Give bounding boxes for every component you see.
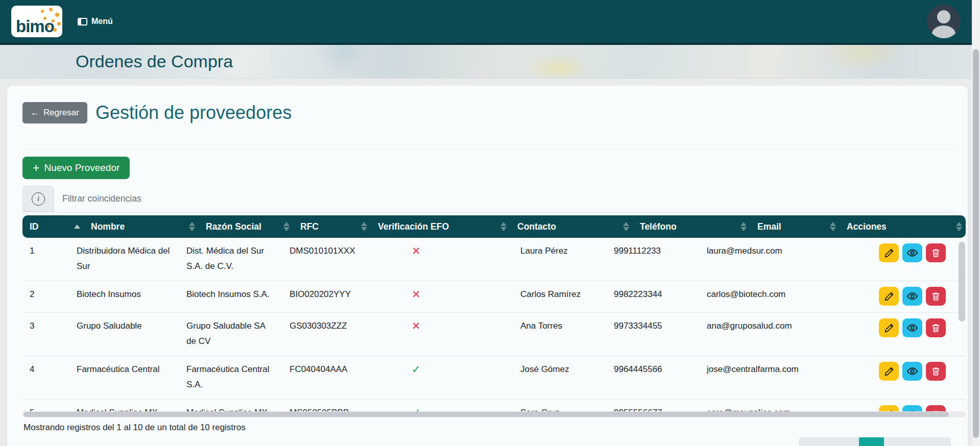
delete-button[interactable] — [926, 405, 946, 411]
edit-button[interactable] — [879, 362, 899, 381]
view-button[interactable] — [902, 362, 922, 381]
column-label: Razón Social — [206, 221, 261, 232]
sort-arrows-icon — [189, 222, 195, 231]
avatar-person-icon — [937, 10, 950, 23]
plus-icon: + — [33, 163, 39, 173]
cell-telefono: 9955556677 — [607, 400, 700, 412]
records-info-text: Mostrando registros del 1 al 10 de un to… — [23, 423, 959, 433]
cell-rfc: DMS010101XXX — [282, 238, 404, 281]
filter-bar: i — [22, 186, 959, 212]
pagination-previous-button[interactable]: Anterior — [801, 441, 859, 446]
edit-button[interactable] — [879, 243, 899, 262]
view-button[interactable] — [902, 318, 922, 337]
delete-button[interactable] — [926, 287, 946, 306]
cell-email: jose@centralfarma.com — [700, 356, 872, 400]
sort-arrows-icon — [623, 222, 629, 231]
table-row: 2Biotech InsumosBiotech Insumos S.A.BIO0… — [22, 281, 966, 313]
column-label: Acciones — [847, 221, 887, 232]
cell-razon-social: Grupo Saludable SA de CV — [179, 313, 282, 356]
pagination-page-1-button[interactable]: 1 — [859, 437, 884, 446]
trash-icon — [931, 248, 941, 258]
page-vertical-scrollbar[interactable] — [972, 0, 980, 446]
edit-button[interactable] — [879, 405, 899, 411]
column-header-verificaci-n-efo[interactable]: Verificación EFO — [371, 215, 510, 238]
view-button[interactable] — [902, 405, 922, 411]
bimo-logo[interactable]: bimo — [11, 6, 62, 37]
cell-contacto: José Gómez — [513, 356, 607, 400]
column-label: RFC — [300, 221, 319, 232]
filter-input[interactable] — [54, 186, 959, 212]
cell-id: 2 — [22, 281, 69, 313]
column-header-acciones[interactable]: Acciones — [840, 215, 966, 238]
table-row: 4Farmacéutica CentralFarmacéutica Centra… — [22, 356, 966, 400]
cell-id: 4 — [22, 356, 69, 400]
new-provider-button[interactable]: + Nuevo Proveedor — [22, 157, 130, 179]
cell-email: laura@medsur.com — [700, 238, 872, 281]
cell-telefono: 9964445566 — [607, 356, 700, 400]
column-label: Nombre — [91, 221, 125, 232]
check-icon: ✓ — [412, 407, 421, 411]
section-title: Gestión de proveedores — [95, 102, 292, 123]
pagination: Anterior 1 Siguiente — [15, 437, 959, 446]
cell-telefono: 9973334455 — [607, 313, 700, 356]
new-provider-label: Nuevo Proveedor — [44, 162, 119, 174]
table-body: 1Distribuidora Médica del SurDist. Médic… — [22, 238, 966, 411]
cell-id: 3 — [22, 313, 69, 356]
table-horizontal-scrollbar[interactable] — [22, 411, 966, 417]
cell-nombre: Medical Supplies MX — [69, 400, 179, 412]
back-arrow-icon: ← — [31, 108, 39, 118]
cell-acciones — [872, 313, 966, 356]
pagination-next-button[interactable]: Siguiente — [884, 441, 949, 446]
cell-rfc: GS030303ZZZ — [282, 313, 404, 356]
cell-contacto: Ana Torres — [513, 313, 607, 356]
column-label: Email — [757, 221, 781, 232]
edit-button[interactable] — [879, 287, 899, 306]
view-button[interactable] — [902, 287, 922, 306]
delete-button[interactable] — [926, 362, 946, 381]
cell-email: ana@gruposalud.com — [700, 313, 872, 356]
column-header-contacto[interactable]: Contacto — [510, 215, 633, 238]
cell-id: 1 — [22, 238, 69, 281]
cell-razon-social: Dist. Médica del Sur S.A. de C.V. — [179, 238, 282, 281]
column-header-nombre[interactable]: Nombre — [84, 215, 199, 238]
section-header: ← Regresar Gestión de proveedores — [22, 102, 959, 123]
cell-verificacion-efo: ✕ — [404, 313, 513, 356]
sort-arrows-icon — [500, 222, 507, 231]
table-horizontal-scrollbar-thumb[interactable] — [23, 412, 949, 417]
user-avatar[interactable] — [927, 5, 961, 38]
edit-button[interactable] — [879, 318, 899, 337]
trash-icon — [931, 291, 941, 301]
sort-arrows-icon — [830, 222, 836, 231]
cell-acciones — [872, 400, 966, 412]
view-button[interactable] — [902, 243, 922, 262]
column-header-tel-fono[interactable]: Teléfono — [633, 215, 750, 238]
column-header-email[interactable]: Email — [750, 215, 840, 238]
column-label: Contacto — [517, 221, 556, 232]
eye-icon — [906, 247, 918, 259]
cell-nombre: Biotech Insumos — [69, 281, 179, 313]
cell-razon-social: Medical Supplies MX — [179, 400, 282, 412]
cross-icon: ✕ — [412, 245, 421, 257]
cell-email: carlos@biotech.com — [700, 281, 872, 313]
eye-icon — [906, 322, 918, 334]
top-navbar: bimo Menú — [0, 0, 980, 45]
column-header-raz-n-social[interactable]: Razón Social — [199, 215, 293, 238]
back-button[interactable]: ← Regresar — [22, 102, 87, 123]
sidebar-panel-icon — [78, 18, 87, 26]
cell-telefono: 9982223344 — [607, 281, 700, 313]
table-row: 3Grupo SaludableGrupo Saludable SA de CV… — [22, 313, 966, 356]
cell-verificacion-efo: ✕ — [404, 281, 513, 313]
cell-email: sara@msupplies.com — [700, 400, 872, 412]
column-header-rfc[interactable]: RFC — [293, 215, 371, 238]
column-header-id[interactable]: ID — [22, 215, 84, 238]
delete-button[interactable] — [926, 243, 946, 262]
cell-verificacion-efo: ✓ — [404, 356, 513, 400]
trash-icon — [931, 323, 941, 333]
info-icon: i — [32, 192, 45, 206]
table-vertical-scrollbar-thumb[interactable] — [959, 242, 965, 321]
delete-button[interactable] — [926, 318, 946, 337]
column-label: ID — [30, 221, 39, 232]
cell-rfc: BIO020202YYY — [282, 281, 404, 313]
page-vertical-scrollbar-thumb[interactable] — [973, 49, 979, 438]
menu-toggle-button[interactable]: Menú — [78, 17, 113, 26]
